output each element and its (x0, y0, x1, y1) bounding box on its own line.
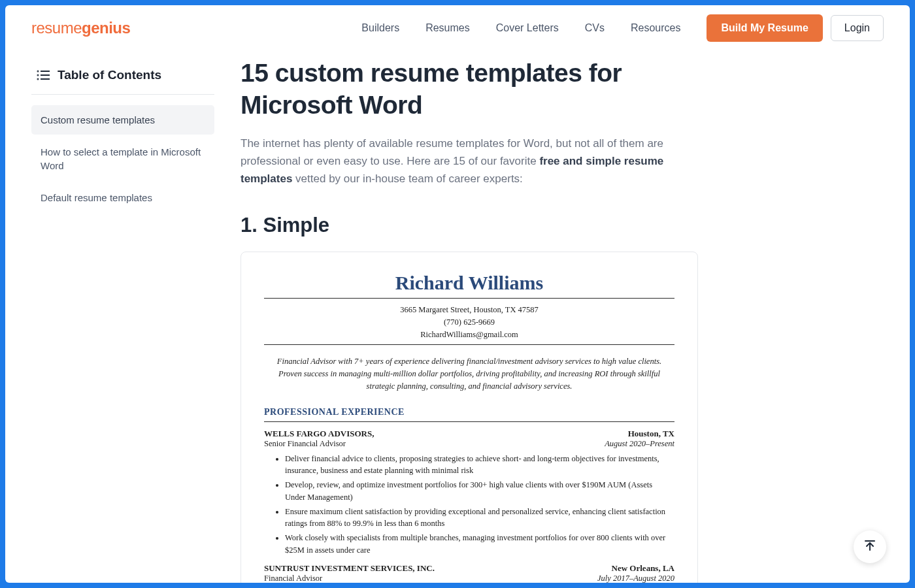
resume-job2-dates: July 2017–August 2020 (597, 574, 674, 583)
logo[interactable]: resumegenius (31, 19, 130, 37)
resume-bullet: Ensure maximum client satisfaction by pr… (285, 506, 674, 531)
resume-bullet: Work closely with specialists from multi… (285, 532, 674, 557)
list-icon (37, 70, 50, 80)
toc-item-custom[interactable]: Custom resume templates (31, 105, 214, 135)
build-resume-button[interactable]: Build My Resume (707, 14, 822, 42)
resume-job1-sub: Senior Financial Advisor August 2020–Pre… (264, 439, 674, 449)
resume-job2-location: New Orleans, LA (612, 563, 674, 574)
scroll-to-top-button[interactable] (854, 531, 886, 563)
resume-job2-sub: Financial Advisor July 2017–August 2020 (264, 574, 674, 583)
nav-builders[interactable]: Builders (361, 22, 399, 34)
intro-text: The internet has plenty of available res… (241, 135, 698, 188)
resume-section-experience: PROFESSIONAL EXPERIENCE (264, 407, 674, 417)
svg-point-4 (38, 79, 39, 80)
login-button[interactable]: Login (831, 15, 884, 41)
nav-resumes[interactable]: Resumes (425, 22, 470, 34)
arrow-up-icon (863, 539, 876, 555)
toc-title: Table of Contents (58, 68, 161, 82)
svg-point-0 (38, 71, 39, 72)
resume-phone: (770) 625-9669 (264, 316, 674, 329)
resume-job1-company: WELLS FARGO ADVISORS, (264, 429, 374, 439)
main-content: 15 custom resume templates for Microsoft… (214, 57, 698, 583)
resume-job1-location: Houston, TX (628, 429, 674, 439)
resume-name: Richard Williams (264, 272, 674, 294)
resume-bullet: Develop, review, and optimize investment… (285, 479, 674, 504)
toc-item-default[interactable]: Default resume templates (31, 183, 214, 212)
resume-bullet: Deliver financial advice to clients, pro… (285, 453, 674, 478)
nav-cover-letters[interactable]: Cover Letters (496, 22, 559, 34)
resume-job2-title: Financial Advisor (264, 574, 322, 583)
logo-part-a: resume (31, 19, 82, 37)
resume-address: 3665 Margaret Street, Houston, TX 47587 (264, 304, 674, 316)
nav-resources[interactable]: Resources (631, 22, 680, 34)
header: resumegenius Builders Resumes Cover Lett… (5, 5, 910, 51)
resume-job1-bullets: Deliver financial advice to clients, pro… (285, 453, 674, 557)
resume-divider (264, 421, 674, 422)
toc-item-select[interactable]: How to select a template in Microsoft Wo… (31, 137, 214, 180)
resume-job2-head: SUNTRUST INVESTMENT SERVICES, INC. New O… (264, 563, 674, 574)
resume-job2-company: SUNTRUST INVESTMENT SERVICES, INC. (264, 563, 435, 574)
resume-job1-head: WELLS FARGO ADVISORS, Houston, TX (264, 429, 674, 439)
template-heading: 1. Simple (241, 214, 698, 237)
resume-preview[interactable]: Richard Williams 3665 Margaret Street, H… (241, 252, 698, 583)
main-nav: Builders Resumes Cover Letters CVs Resou… (361, 22, 680, 34)
resume-contact: 3665 Margaret Street, Houston, TX 47587 … (264, 304, 674, 340)
resume-job1-dates: August 2020–Present (605, 439, 674, 449)
resume-summary: Financial Advisor with 7+ years of exper… (264, 349, 674, 395)
resume-email: RichardWilliams@gmail.com (264, 329, 674, 341)
page-heading: 15 custom resume templates for Microsoft… (241, 57, 698, 122)
logo-part-b: genius (82, 19, 130, 37)
resume-divider (264, 298, 674, 299)
svg-point-2 (38, 75, 39, 76)
resume-job1-title: Senior Financial Advisor (264, 439, 346, 449)
nav-cvs[interactable]: CVs (585, 22, 605, 34)
intro-c: vetted by our in-house team of career ex… (292, 172, 522, 185)
resume-divider (264, 344, 674, 345)
sidebar: Table of Contents Custom resume template… (31, 57, 214, 583)
toc-header: Table of Contents (31, 57, 214, 95)
